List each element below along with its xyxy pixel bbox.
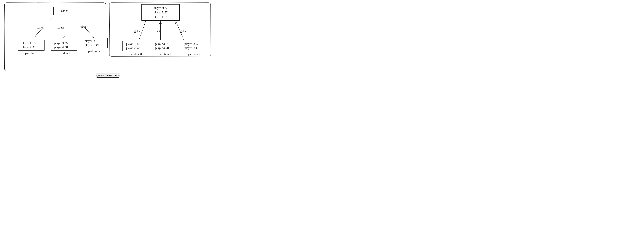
gather-panel: player 3: 72 player 5: 57 player 1: 55 g…: [109, 3, 211, 56]
scatter-arrow-1-label: scatter: [57, 26, 64, 29]
r-partition-2-row-1: player 6: 49: [184, 46, 198, 50]
scatter-arrow-0-label: scatter: [37, 26, 44, 29]
partition-2-row-0: player 5: 57: [85, 39, 99, 43]
watermark: systemdesign.one: [96, 73, 120, 77]
gather-arrow-2: gather: [176, 21, 188, 40]
partition-1-caption: partition 1: [58, 52, 70, 55]
partition-2-row-1: player 6: 49: [85, 43, 99, 47]
r-partition-0-caption: partition 0: [130, 53, 142, 56]
result-row-0: player 3: 72: [154, 6, 168, 10]
r-partition-node-0: player 1: 55 player 2: 42 partition 0: [122, 41, 149, 56]
partition-1-row-1: player 4: 31: [54, 46, 68, 49]
r-partition-1-caption: partition 1: [159, 53, 171, 56]
r-partition-1-row-1: player 4: 31: [155, 46, 169, 50]
diagram-root: server scatter scatter scatter player 1:…: [0, 0, 215, 79]
partition-node-1: player 3: 72 player 4: 31 partition 1: [51, 40, 77, 55]
partition-2-caption: partition 2: [88, 50, 100, 53]
result-row-1: player 5: 57: [154, 11, 168, 14]
partition-0-row-1: player 2: 42: [22, 46, 36, 49]
gather-arrow-0-label: gather: [134, 30, 142, 33]
scatter-arrow-1: scatter: [57, 15, 65, 38]
server-label: server: [61, 9, 68, 12]
gather-arrow-0: gather: [134, 21, 146, 40]
scatter-panel: server scatter scatter scatter player 1:…: [4, 3, 108, 71]
gather-arrow-2-label: gather: [180, 30, 188, 33]
result-row-2: player 1: 55: [154, 16, 168, 19]
scatter-arrow-2-label: scatter: [80, 25, 88, 28]
r-partition-0-row-1: player 2: 42: [126, 46, 140, 50]
partition-node-2: player 5: 57 player 6: 49 partition 2: [81, 38, 108, 53]
scatter-arrow-2: scatter: [73, 15, 94, 38]
r-partition-1-row-0: player 3: 72: [155, 42, 169, 46]
watermark-text: systemdesign.one: [96, 73, 120, 77]
gather-arrow-1-label: gather: [156, 30, 164, 33]
r-partition-2-caption: partition 2: [188, 53, 200, 56]
r-partition-0-row-0: player 1: 55: [126, 42, 140, 46]
gather-arrow-1: gather: [156, 21, 164, 40]
r-partition-node-1: player 3: 72 player 4: 31 partition 1: [152, 41, 178, 56]
partition-node-0: player 1: 55 player 2: 42 partition 0: [18, 40, 44, 55]
partition-1-row-0: player 3: 72: [54, 42, 68, 45]
r-partition-2-row-0: player 5: 57: [184, 42, 198, 46]
partition-0-row-0: player 1: 55: [22, 42, 36, 45]
r-partition-node-2: player 5: 57 player 6: 49 partition 2: [181, 41, 207, 56]
partition-0-caption: partition 0: [25, 52, 37, 55]
scatter-arrow-0: scatter: [34, 15, 55, 38]
